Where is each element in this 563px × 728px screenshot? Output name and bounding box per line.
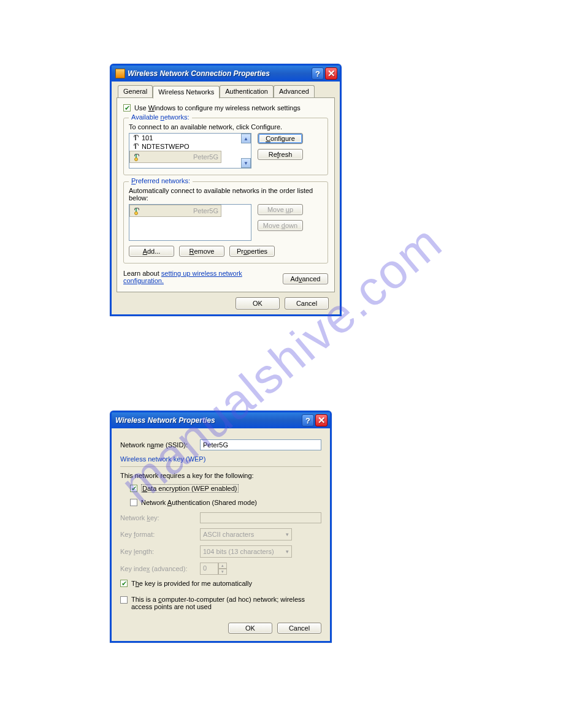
properties-button[interactable]: Properties (229, 246, 275, 257)
adhoc-label: This is a computer-to-computer (ad hoc) … (131, 596, 321, 610)
preferred-networks-group: Preferred networks: Automatically connec… (123, 181, 328, 264)
key-format-value: ASCII characters (203, 531, 254, 538)
antenna-icon (132, 134, 139, 142)
advanced-button[interactable]: Advanced (283, 273, 328, 284)
list-item[interactable]: Peter5G (129, 205, 221, 217)
tab-panel: ✔ Use Windows to configure my wireless n… (117, 97, 335, 292)
network-key-input (200, 512, 321, 523)
ssid-input[interactable]: Peter5G (200, 439, 321, 450)
spinner-down-icon: ▾ (218, 569, 227, 575)
use-windows-checkbox[interactable]: ✔ (123, 104, 131, 112)
ssid-label: Network name (SSID): (120, 441, 200, 449)
close-button[interactable]: ✕ (325, 67, 337, 80)
auto-key-label: The key is provided for me automatically (131, 580, 252, 587)
auto-key-checkbox[interactable]: ✔ (120, 580, 128, 587)
close-button[interactable]: ✕ (315, 414, 327, 427)
titlebar[interactable]: Wireless Network Properties ? ✕ (112, 412, 330, 428)
chevron-down-icon: ▾ (286, 548, 289, 555)
configure-button[interactable]: Configure (258, 133, 303, 144)
use-windows-label: Use Windows to configure my wireless net… (134, 104, 301, 112)
network-auth-checkbox[interactable]: ✔ (130, 499, 137, 506)
scroll-up-button[interactable]: ▲ (241, 134, 251, 143)
move-down-button[interactable]: Move down (258, 220, 303, 231)
key-length-select: 104 bits (13 characters) ▾ (200, 545, 292, 558)
scroll-down-button[interactable]: ▼ (241, 158, 251, 168)
network-name: Peter5G (193, 153, 218, 161)
available-networks-group: Available networks: To connect to an ava… (123, 118, 328, 175)
list-item[interactable]: Peter5G (129, 151, 221, 163)
key-format-select: ASCII characters ▾ (200, 528, 292, 540)
move-up-button[interactable]: Move up (258, 204, 303, 215)
cancel-button[interactable]: Cancel (277, 623, 321, 634)
window-title: Wireless Network Properties (115, 416, 301, 425)
preferred-legend: Preferred networks: (129, 177, 193, 184)
spinner-up-icon: ▴ (218, 563, 227, 569)
window-title: Wireless Network Connection Properties (128, 69, 310, 78)
key-index-value: 0 (200, 563, 218, 575)
available-instruction: To connect to an available network, clic… (129, 123, 323, 131)
tab-authentication[interactable]: Authentication (220, 85, 274, 98)
data-encryption-label: Data encryption (WEP enabled) (141, 484, 239, 493)
preferred-instruction: Automatically connect to available netwo… (129, 187, 323, 202)
ok-button[interactable]: OK (228, 623, 272, 634)
tab-strip: General Wireless Networks Authentication… (117, 85, 335, 98)
titlebar[interactable]: Wireless Network Connection Properties ?… (112, 66, 340, 82)
remove-button[interactable]: Remove (179, 246, 224, 257)
key-index-label: Key index (advanced): (120, 565, 200, 572)
key-length-value: 104 bits (13 characters) (203, 548, 274, 555)
wep-description: This network requires a key for the foll… (120, 472, 321, 479)
network-key-label: Network key: (120, 514, 200, 521)
key-format-label: Key format: (120, 531, 200, 538)
ok-button[interactable]: OK (236, 297, 280, 309)
cancel-button[interactable]: Cancel (285, 297, 329, 309)
learn-text: Learn about setting up wireless network … (123, 270, 246, 284)
network-name: Peter5G (193, 207, 218, 214)
antenna-icon (132, 143, 139, 150)
tab-wireless-networks[interactable]: Wireless Networks (153, 86, 220, 99)
app-icon (115, 69, 125, 78)
wireless-network-properties-dialog: Wireless Network Properties ? ✕ Network … (110, 411, 332, 643)
antenna-secure-icon (132, 153, 140, 161)
antenna-secure-icon (132, 207, 140, 214)
refresh-button[interactable]: Refresh (258, 149, 303, 160)
available-networks-list[interactable]: 101 NDTESTWEPO Peter5G ▲ ▼ (129, 133, 251, 169)
key-length-label: Key length: (120, 548, 200, 555)
data-encryption-checkbox[interactable]: ✔ (130, 485, 137, 492)
help-button[interactable]: ? (312, 67, 324, 80)
chevron-down-icon: ▾ (286, 531, 289, 537)
learn-prefix: Learn about (123, 270, 161, 277)
list-item[interactable]: NDTESTWEPO (129, 142, 251, 151)
adhoc-checkbox[interactable]: ✔ (120, 596, 128, 604)
preferred-networks-list[interactable]: Peter5G (129, 204, 251, 241)
available-legend: Available networks: (129, 113, 192, 121)
key-index-spinner: 0 ▴ ▾ (200, 563, 227, 575)
tab-advanced[interactable]: Advanced (274, 85, 315, 98)
wireless-connection-properties-dialog: Wireless Network Connection Properties ?… (110, 64, 342, 316)
list-item[interactable]: 101 (129, 134, 251, 142)
network-name: NDTESTWEPO (142, 143, 190, 150)
help-button[interactable]: ? (302, 414, 314, 427)
wep-legend: Wireless network key (WEP) (120, 455, 321, 463)
add-button[interactable]: Add... (129, 246, 174, 257)
network-name: 101 (142, 134, 153, 142)
tab-general[interactable]: General (118, 85, 153, 98)
network-auth-label: Network Authentication (Shared mode) (141, 499, 257, 506)
